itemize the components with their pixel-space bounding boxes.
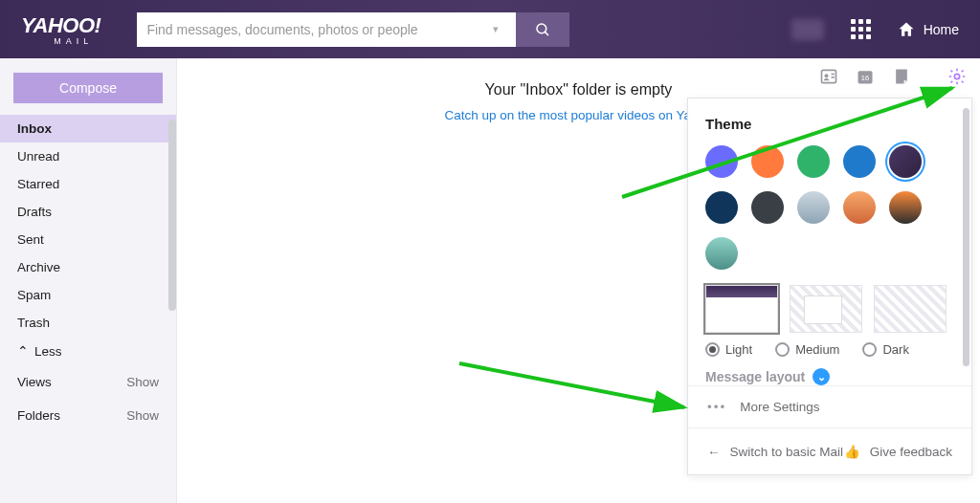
- search-input[interactable]: [146, 22, 485, 37]
- theme-swatch-1[interactable]: [751, 145, 784, 178]
- svg-text:16: 16: [861, 74, 869, 82]
- layout-thumbnails: [705, 285, 954, 333]
- home-link[interactable]: Home: [897, 20, 959, 39]
- folder-inbox[interactable]: Inbox: [0, 115, 176, 142]
- folder-unread[interactable]: Unread: [0, 142, 176, 170]
- theme-swatch-7[interactable]: [797, 191, 830, 224]
- search-button[interactable]: [516, 12, 569, 47]
- yahoo-mail-logo[interactable]: YAHOO! MAIL: [21, 13, 100, 46]
- folders-section[interactable]: FoldersShow: [0, 399, 176, 432]
- layout-thumb-2[interactable]: [790, 285, 862, 333]
- theme-swatch-4[interactable]: [889, 145, 922, 178]
- svg-point-0: [537, 24, 546, 33]
- sidebar-scrollbar[interactable]: [168, 120, 176, 311]
- right-icon-rail: 16: [819, 67, 967, 86]
- search-icon: [534, 21, 551, 38]
- more-settings[interactable]: ••• More Settings: [688, 386, 971, 427]
- arrow-left-icon: ←: [707, 445, 721, 459]
- collapse-less[interactable]: ⌃Less: [0, 337, 176, 365]
- theme-heading: Theme: [705, 116, 954, 132]
- settings-panel: Theme Light Medium Dark Message layout ⌄…: [687, 98, 972, 475]
- apps-grid-icon[interactable]: [851, 19, 872, 40]
- notepad-icon[interactable]: [892, 67, 911, 86]
- svg-line-1: [546, 32, 549, 35]
- thumbs-up-icon: 👍: [844, 444, 860, 459]
- theme-swatch-5[interactable]: [705, 191, 738, 224]
- folder-trash[interactable]: Trash: [0, 309, 176, 337]
- theme-swatches: [705, 145, 954, 270]
- search-bar: ▾: [137, 12, 569, 47]
- panel-scrollbar[interactable]: [963, 108, 969, 366]
- home-icon: [897, 20, 916, 39]
- folder-list: Inbox Unread Starred Drafts Sent Archive…: [0, 115, 176, 337]
- mode-medium[interactable]: Medium: [775, 342, 839, 357]
- theme-modes: Light Medium Dark: [705, 342, 954, 357]
- contacts-icon[interactable]: [819, 67, 838, 86]
- folder-spam[interactable]: Spam: [0, 281, 176, 309]
- theme-swatch-6[interactable]: [751, 191, 784, 224]
- theme-swatch-9[interactable]: [889, 191, 922, 224]
- folder-sent[interactable]: Sent: [0, 226, 176, 253]
- dots-icon: •••: [707, 400, 726, 414]
- theme-swatch-2[interactable]: [797, 145, 830, 178]
- sidebar: Compose Inbox Unread Starred Drafts Sent…: [0, 58, 177, 503]
- calendar-icon[interactable]: 16: [856, 67, 875, 86]
- theme-swatch-3[interactable]: [843, 145, 876, 178]
- account-avatar[interactable]: [791, 19, 824, 40]
- svg-point-8: [954, 74, 959, 78]
- chevron-up-icon: ⌃: [17, 343, 29, 359]
- chevron-down-icon: ⌄: [813, 368, 830, 385]
- layout-thumb-1[interactable]: [705, 285, 778, 333]
- empty-folder-link[interactable]: Catch up on the most popular videos on Y…: [444, 108, 712, 122]
- message-layout-section[interactable]: Message layout ⌄: [705, 368, 954, 385]
- theme-swatch-0[interactable]: [705, 145, 738, 178]
- switch-basic-mail[interactable]: ← Switch to basic Mail: [707, 444, 843, 459]
- mode-light[interactable]: Light: [705, 342, 752, 357]
- mode-dark[interactable]: Dark: [862, 342, 908, 357]
- views-section[interactable]: ViewsShow: [0, 365, 176, 399]
- folder-drafts[interactable]: Drafts: [0, 198, 176, 226]
- svg-point-3: [825, 74, 829, 77]
- layout-thumb-3[interactable]: [874, 285, 947, 333]
- theme-swatch-8[interactable]: [843, 191, 876, 224]
- compose-button[interactable]: Compose: [13, 73, 163, 103]
- theme-swatch-10[interactable]: [705, 237, 738, 270]
- give-feedback[interactable]: 👍 Give feedback: [844, 444, 952, 459]
- folder-starred[interactable]: Starred: [0, 170, 176, 198]
- gear-icon[interactable]: [947, 67, 967, 86]
- app-header: YAHOO! MAIL ▾ Home: [0, 0, 980, 58]
- chevron-down-icon[interactable]: ▾: [485, 23, 506, 35]
- folder-archive[interactable]: Archive: [0, 253, 176, 281]
